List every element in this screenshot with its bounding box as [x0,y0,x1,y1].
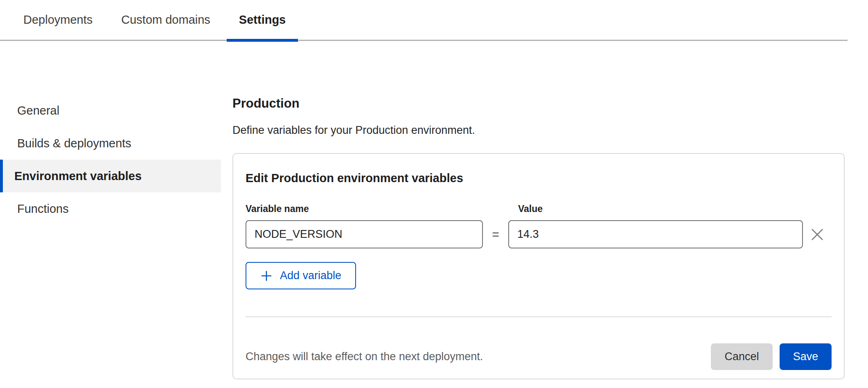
save-button[interactable]: Save [780,343,832,370]
remove-variable-button[interactable] [803,220,832,248]
value-label: Value [508,203,803,214]
content-area: General Builds & deployments Environment… [0,41,868,379]
equals-sign: = [483,228,508,241]
tab-settings[interactable]: Settings [227,0,298,40]
settings-sidebar: General Builds & deployments Environment… [0,41,221,225]
sidebar-item-builds-deployments[interactable]: Builds & deployments [0,127,221,160]
variable-form: Variable name Value = [246,203,832,248]
variable-name-input[interactable] [246,220,483,248]
card-footer: Changes will take effect on the next dep… [246,343,832,370]
footer-actions: Cancel Save [711,343,832,370]
tab-custom-domains[interactable]: Custom domains [109,0,223,40]
page-description: Define variables for your Production env… [232,124,846,137]
card-title: Edit Production environment variables [246,171,832,185]
add-variable-button[interactable]: Add variable [246,262,356,289]
environment-variables-card: Edit Production environment variables Va… [232,153,845,379]
add-variable-label: Add variable [280,269,341,282]
sidebar-item-general[interactable]: General [0,94,221,127]
card-divider [246,316,832,317]
cancel-button[interactable]: Cancel [711,343,773,370]
variable-name-label: Variable name [246,203,483,214]
tab-deployments[interactable]: Deployments [11,0,105,40]
deployment-note: Changes will take effect on the next dep… [246,350,483,363]
main-panel: Production Define variables for your Pro… [232,41,846,379]
x-icon [810,228,824,241]
plus-icon [260,270,273,282]
page-title: Production [232,96,846,111]
tab-bar: Deployments Custom domains Settings [0,0,848,41]
variable-value-input[interactable] [508,220,803,248]
sidebar-item-environment-variables[interactable]: Environment variables [0,160,221,192]
sidebar-item-functions[interactable]: Functions [0,192,221,225]
